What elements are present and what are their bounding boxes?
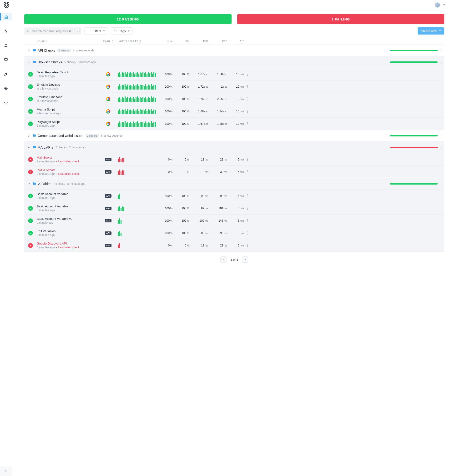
expand-toggle[interactable] [25, 60, 32, 64]
row-menu-button[interactable] [438, 181, 444, 187]
row-menu-button[interactable] [438, 133, 444, 139]
row-menu-button[interactable] [244, 84, 251, 89]
filters-button[interactable]: Filters [84, 27, 108, 35]
nav-home[interactable] [0, 13, 12, 20]
metric-value: 100% [156, 231, 172, 235]
metric-value: 1.84sec [208, 110, 227, 113]
row-menu-button[interactable] [438, 59, 444, 65]
col-name[interactable]: NAME [37, 40, 99, 43]
check-row[interactable]: Basic Puppeteer Script8 minutes ago100%1… [24, 68, 444, 81]
metric-value: 1.88sec [208, 122, 227, 125]
nav-globe[interactable] [0, 85, 12, 92]
check-row[interactable]: Google Discovery API4 minutes agoLast fa… [24, 239, 444, 252]
row-menu-button[interactable] [244, 242, 251, 248]
check-row[interactable]: Emulate Devicesin a few seconds100%100%1… [24, 81, 444, 93]
group-row[interactable]: Variables4 checks5 minutes ago [24, 178, 444, 190]
nav-code[interactable] [0, 99, 12, 106]
group-row[interactable]: Corner cases and weird issues2 checksin … [24, 130, 444, 142]
group-name: Corner cases and weird issues [38, 134, 83, 138]
expand-toggle[interactable] [25, 49, 32, 52]
metric-value: 100% [156, 219, 172, 222]
status-icon [24, 218, 37, 223]
search-input-wrapper[interactable]: / [24, 27, 82, 35]
group-row[interactable]: Browser Checks5 checks8 minutes ago [24, 56, 444, 68]
group-health-bar [390, 135, 438, 136]
check-name: POP3 Server [37, 168, 99, 172]
row-menu-button[interactable] [244, 230, 251, 236]
passing-pill[interactable]: 12 PASSING [24, 14, 231, 24]
user-menu[interactable] [435, 2, 445, 8]
api-badge: API [105, 194, 112, 198]
check-subtitle: 4 minutes agoLast failed check [37, 246, 99, 249]
row-menu-button[interactable] [244, 108, 251, 114]
group-row[interactable]: MAIL APIs2 checks2 minutes ago [24, 142, 444, 153]
activity-icon [4, 29, 8, 33]
folder-icon [32, 60, 38, 65]
metric-value: 100% [156, 207, 172, 210]
row-menu-button[interactable] [244, 156, 251, 162]
expand-toggle[interactable] [25, 146, 32, 149]
row-menu-button[interactable] [244, 193, 251, 199]
group-row[interactable]: API Checks1 checksin a few seconds [24, 45, 444, 56]
metric-value: 1.67sec [189, 122, 208, 125]
search-input[interactable] [31, 29, 75, 33]
row-menu-button[interactable] [438, 48, 444, 53]
create-new-button[interactable]: Create new [418, 27, 444, 35]
check-row[interactable]: Basic Account Variable #2a minute agoAPI… [24, 215, 444, 227]
row-menu-button[interactable] [244, 71, 251, 77]
check-row[interactable]: Basic Account Variable5 minutes agoAPI10… [24, 202, 444, 215]
metric-value: 13ms [189, 158, 208, 161]
tags-button[interactable]: Tags [111, 27, 132, 35]
metric-value: 10min [227, 110, 244, 113]
folder-icon [32, 145, 38, 150]
group-time: in a few seconds [101, 134, 122, 137]
row-menu-button[interactable] [244, 218, 251, 223]
check-row[interactable]: Basic Account Variable3 minutes agoAPI10… [24, 190, 444, 202]
check-row[interactable]: POP3 Server2 minutes agoLast failed chec… [24, 166, 444, 178]
col-last-results[interactable]: LAST RESULTS [118, 40, 156, 43]
check-row[interactable]: Mocha Scripta few seconds ago100%100%1.6… [24, 105, 444, 118]
nav-tool[interactable] [0, 71, 12, 78]
nav-activity[interactable] [0, 28, 12, 35]
group-time: 5 minutes ago [67, 182, 85, 186]
row-menu-button[interactable] [438, 145, 444, 151]
row-menu-button[interactable] [244, 205, 251, 211]
check-row[interactable]: Edit Variables2 minutes agoAPI100%100%85… [24, 227, 444, 239]
col-type[interactable]: TYPE [99, 40, 118, 43]
check-row[interactable]: Playwright Script5 minutes ago100%100%1.… [24, 118, 444, 130]
nav-monitor[interactable] [0, 56, 12, 63]
row-menu-button[interactable] [244, 96, 251, 102]
metric-value: 1.67sec [189, 73, 208, 76]
status-icon [24, 243, 37, 248]
metric-value: 109ms [189, 219, 208, 222]
row-menu-button[interactable] [244, 169, 251, 175]
metric-value: 100% [172, 122, 189, 125]
browser-icon [106, 97, 110, 101]
check-type [99, 122, 118, 126]
check-name: Mocha Script [37, 108, 99, 111]
nav-bell[interactable] [0, 42, 12, 49]
expand-toggle[interactable] [25, 134, 32, 137]
metric-value: 0% [172, 170, 189, 174]
expand-toggle[interactable] [25, 182, 32, 186]
app-logo[interactable] [3, 1, 10, 9]
status-icon [24, 109, 37, 114]
check-row[interactable]: Emulate Timezonein a few seconds100%100%… [24, 93, 444, 105]
metric-value: 100% [156, 85, 172, 88]
api-badge: API [105, 219, 112, 222]
group-health-bar [390, 183, 438, 185]
search-shortcut: / [76, 29, 80, 33]
row-menu-button[interactable] [244, 121, 251, 127]
next-page-button[interactable] [242, 256, 248, 263]
topbar [0, 0, 450, 10]
sparkline [118, 157, 156, 162]
table-header: NAME TYPE LAST RESULTS 24H 7D AVG P95 Δ … [24, 38, 444, 45]
prev-page-button[interactable] [220, 256, 226, 263]
bell-icon [4, 44, 8, 47]
svg-point-7 [27, 30, 29, 32]
metric-value: 21ms [208, 158, 227, 161]
check-row[interactable]: Mail Server2 minutes agoLast failed chec… [24, 153, 444, 166]
check-subtitle: 2 minutes ago [37, 233, 99, 237]
failing-pill[interactable]: 3 FAILING [237, 14, 444, 24]
chevron-down-icon [128, 30, 130, 32]
